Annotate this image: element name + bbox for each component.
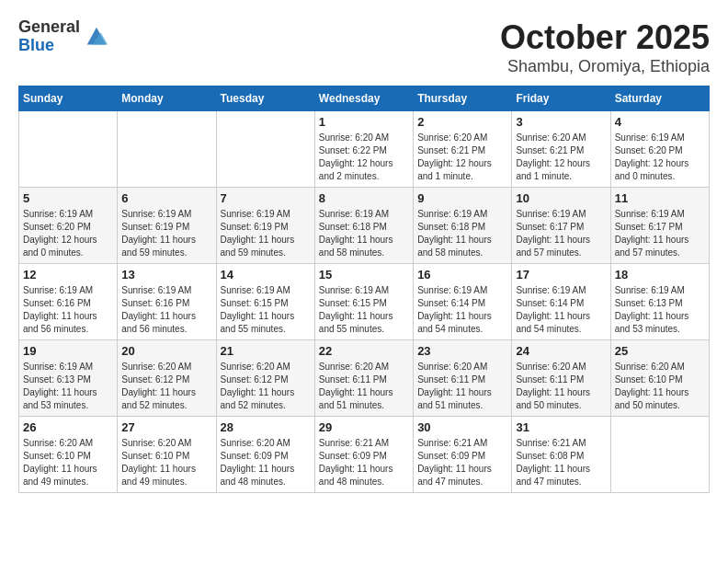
calendar-cell [118, 111, 216, 188]
day-number: 28 [221, 420, 311, 434]
day-info: Sunrise: 6:20 AMSunset: 6:11 PMDaylight:… [319, 361, 409, 412]
day-info: Sunrise: 6:20 AMSunset: 6:10 PMDaylight:… [121, 437, 211, 488]
day-info: Sunrise: 6:19 AMSunset: 6:19 PMDaylight:… [221, 208, 311, 259]
calendar-cell: 8Sunrise: 6:19 AMSunset: 6:18 PMDaylight… [314, 188, 413, 264]
day-number: 4 [615, 115, 705, 129]
day-number: 12 [23, 268, 113, 282]
day-info: Sunrise: 6:19 AMSunset: 6:13 PMDaylight:… [23, 361, 113, 412]
calendar-cell: 21Sunrise: 6:20 AMSunset: 6:12 PMDayligh… [216, 340, 314, 417]
calendar-cell: 22Sunrise: 6:20 AMSunset: 6:11 PMDayligh… [314, 340, 413, 417]
calendar-cell: 20Sunrise: 6:20 AMSunset: 6:12 PMDayligh… [118, 340, 216, 417]
day-number: 7 [221, 191, 311, 205]
day-number: 8 [319, 191, 409, 205]
calendar-cell: 27Sunrise: 6:20 AMSunset: 6:10 PMDayligh… [118, 417, 216, 493]
logo-icon [84, 24, 109, 50]
calendar-cell: 17Sunrise: 6:19 AMSunset: 6:14 PMDayligh… [512, 264, 610, 340]
calendar-cell: 28Sunrise: 6:20 AMSunset: 6:09 PMDayligh… [216, 417, 314, 493]
weekday-header-wednesday: Wednesday [314, 86, 413, 111]
calendar-cell: 18Sunrise: 6:19 AMSunset: 6:13 PMDayligh… [610, 264, 709, 340]
day-info: Sunrise: 6:19 AMSunset: 6:17 PMDaylight:… [516, 208, 606, 259]
weekday-header-monday: Monday [118, 86, 216, 111]
calendar-cell: 6Sunrise: 6:19 AMSunset: 6:19 PMDaylight… [118, 188, 216, 264]
weekday-header-friday: Friday [512, 86, 610, 111]
calendar-cell: 13Sunrise: 6:19 AMSunset: 6:16 PMDayligh… [118, 264, 216, 340]
day-info: Sunrise: 6:19 AMSunset: 6:14 PMDaylight:… [516, 284, 606, 336]
calendar-cell: 1Sunrise: 6:20 AMSunset: 6:22 PMDaylight… [314, 111, 413, 188]
calendar-week-row: 1Sunrise: 6:20 AMSunset: 6:22 PMDaylight… [19, 111, 710, 188]
day-number: 1 [319, 115, 409, 129]
day-number: 6 [121, 191, 211, 205]
calendar-week-row: 5Sunrise: 6:19 AMSunset: 6:20 PMDaylight… [19, 188, 710, 264]
day-info: Sunrise: 6:19 AMSunset: 6:15 PMDaylight:… [319, 284, 409, 336]
day-info: Sunrise: 6:19 AMSunset: 6:16 PMDaylight:… [121, 284, 211, 336]
day-info: Sunrise: 6:19 AMSunset: 6:13 PMDaylight:… [615, 284, 705, 336]
calendar-cell: 15Sunrise: 6:19 AMSunset: 6:15 PMDayligh… [314, 264, 413, 340]
day-number: 15 [319, 268, 409, 282]
calendar-cell: 26Sunrise: 6:20 AMSunset: 6:10 PMDayligh… [19, 417, 118, 493]
calendar-cell: 4Sunrise: 6:19 AMSunset: 6:20 PMDaylight… [610, 111, 709, 188]
day-number: 11 [615, 191, 705, 205]
day-info: Sunrise: 6:19 AMSunset: 6:18 PMDaylight:… [417, 208, 507, 259]
day-info: Sunrise: 6:21 AMSunset: 6:09 PMDaylight:… [319, 437, 409, 488]
day-number: 18 [615, 268, 705, 282]
day-number: 30 [417, 420, 507, 434]
calendar-cell: 10Sunrise: 6:19 AMSunset: 6:17 PMDayligh… [512, 188, 610, 264]
day-number: 23 [417, 344, 507, 358]
day-number: 9 [417, 191, 507, 205]
calendar-cell: 31Sunrise: 6:21 AMSunset: 6:08 PMDayligh… [512, 417, 610, 493]
day-number: 17 [516, 268, 606, 282]
day-info: Sunrise: 6:20 AMSunset: 6:21 PMDaylight:… [516, 132, 606, 183]
weekday-header-saturday: Saturday [610, 86, 709, 111]
calendar-week-row: 12Sunrise: 6:19 AMSunset: 6:16 PMDayligh… [19, 264, 710, 340]
day-info: Sunrise: 6:21 AMSunset: 6:09 PMDaylight:… [417, 437, 507, 488]
logo: General Blue [18, 18, 109, 55]
day-info: Sunrise: 6:19 AMSunset: 6:18 PMDaylight:… [319, 208, 409, 259]
calendar-cell: 29Sunrise: 6:21 AMSunset: 6:09 PMDayligh… [314, 417, 413, 493]
calendar-cell: 23Sunrise: 6:20 AMSunset: 6:11 PMDayligh… [414, 340, 512, 417]
day-info: Sunrise: 6:20 AMSunset: 6:11 PMDaylight:… [417, 361, 507, 412]
calendar-body: 1Sunrise: 6:20 AMSunset: 6:22 PMDaylight… [19, 111, 710, 493]
day-info: Sunrise: 6:20 AMSunset: 6:11 PMDaylight:… [516, 361, 606, 412]
weekday-header-tuesday: Tuesday [216, 86, 314, 111]
location-title: Shambu, Oromiya, Ethiopia [500, 57, 710, 76]
calendar-cell: 24Sunrise: 6:20 AMSunset: 6:11 PMDayligh… [512, 340, 610, 417]
weekday-header-sunday: Sunday [19, 86, 118, 111]
day-info: Sunrise: 6:20 AMSunset: 6:21 PMDaylight:… [417, 132, 507, 183]
day-number: 27 [121, 420, 211, 434]
day-number: 22 [319, 344, 409, 358]
calendar-cell: 16Sunrise: 6:19 AMSunset: 6:14 PMDayligh… [414, 264, 512, 340]
day-info: Sunrise: 6:19 AMSunset: 6:16 PMDaylight:… [23, 284, 113, 336]
calendar-cell: 12Sunrise: 6:19 AMSunset: 6:16 PMDayligh… [19, 264, 118, 340]
day-number: 14 [221, 268, 311, 282]
title-area: October 2025 Shambu, Oromiya, Ethiopia [500, 18, 710, 76]
day-number: 24 [516, 344, 606, 358]
day-number: 10 [516, 191, 606, 205]
weekday-header-thursday: Thursday [414, 86, 512, 111]
day-number: 26 [23, 420, 113, 434]
day-number: 3 [516, 115, 606, 129]
day-info: Sunrise: 6:19 AMSunset: 6:14 PMDaylight:… [417, 284, 507, 336]
calendar-week-row: 26Sunrise: 6:20 AMSunset: 6:10 PMDayligh… [19, 417, 710, 493]
day-number: 20 [121, 344, 211, 358]
day-info: Sunrise: 6:19 AMSunset: 6:15 PMDaylight:… [221, 284, 311, 336]
day-info: Sunrise: 6:19 AMSunset: 6:19 PMDaylight:… [121, 208, 211, 259]
calendar-cell: 30Sunrise: 6:21 AMSunset: 6:09 PMDayligh… [414, 417, 512, 493]
calendar-table: SundayMondayTuesdayWednesdayThursdayFrid… [18, 86, 710, 493]
logo-general-text: General [18, 18, 80, 37]
day-info: Sunrise: 6:20 AMSunset: 6:12 PMDaylight:… [121, 361, 211, 412]
month-title: October 2025 [500, 18, 710, 57]
logo-blue-text: Blue [18, 37, 80, 55]
day-info: Sunrise: 6:20 AMSunset: 6:10 PMDaylight:… [23, 437, 113, 488]
calendar-cell: 25Sunrise: 6:20 AMSunset: 6:10 PMDayligh… [610, 340, 709, 417]
day-info: Sunrise: 6:20 AMSunset: 6:12 PMDaylight:… [221, 361, 311, 412]
day-info: Sunrise: 6:20 AMSunset: 6:22 PMDaylight:… [319, 132, 409, 183]
day-number: 5 [23, 191, 113, 205]
day-number: 29 [319, 420, 409, 434]
calendar-cell [610, 417, 709, 493]
day-number: 21 [221, 344, 311, 358]
calendar-cell: 5Sunrise: 6:19 AMSunset: 6:20 PMDaylight… [19, 188, 118, 264]
day-number: 16 [417, 268, 507, 282]
calendar-cell: 9Sunrise: 6:19 AMSunset: 6:18 PMDaylight… [414, 188, 512, 264]
calendar-week-row: 19Sunrise: 6:19 AMSunset: 6:13 PMDayligh… [19, 340, 710, 417]
calendar-cell: 3Sunrise: 6:20 AMSunset: 6:21 PMDaylight… [512, 111, 610, 188]
